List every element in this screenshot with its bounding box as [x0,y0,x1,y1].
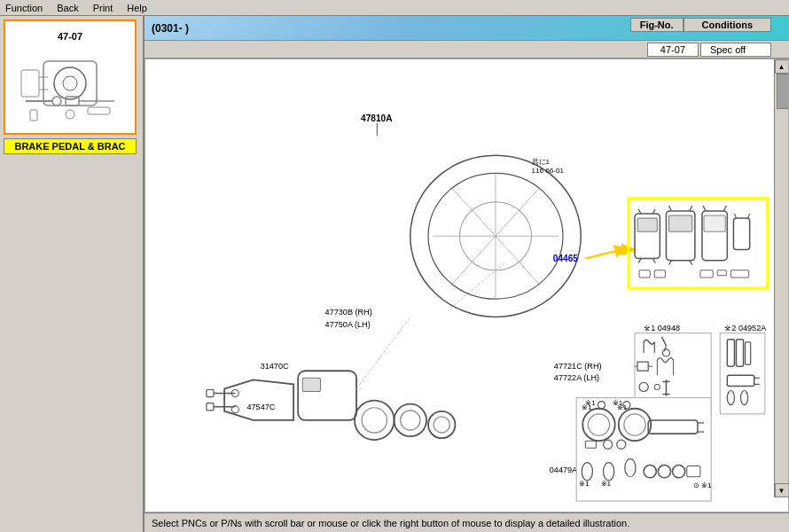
svg-text:共に1: 共に1 [532,158,551,166]
svg-line-130 [450,263,504,309]
svg-rect-7 [21,70,39,97]
svg-rect-49 [700,270,713,278]
svg-line-25 [585,249,621,258]
svg-text:※1: ※1 [617,403,628,411]
fig-conditions-area: Fig-No. Conditions [630,18,771,32]
svg-text:47722A (LH): 47722A (LH) [554,373,599,382]
scroll-down-button[interactable]: ▼ [775,483,789,497]
svg-rect-48 [654,270,665,278]
svg-text:47547C: 47547C [246,403,275,411]
svg-text:※2 04952A: ※2 04952A [724,324,767,332]
fig-no-value: 47-07 [647,43,699,57]
menu-help[interactable]: Help [125,3,149,13]
menu-print[interactable]: Print [91,3,115,13]
svg-rect-41 [704,215,725,231]
svg-line-39 [690,261,692,265]
svg-point-95 [401,411,420,430]
svg-line-37 [690,206,692,211]
svg-rect-27 [629,199,768,288]
svg-text:※1 04948: ※1 04948 [644,324,680,332]
fig-no-label: Fig-No. [630,18,684,32]
svg-rect-29 [637,218,657,231]
svg-text:47721C (RH): 47721C (RH) [554,362,602,371]
svg-rect-99 [576,398,711,501]
sidebar-caption: BRAKE PEDAL & BRAC [4,138,137,154]
svg-text:47750A (LH): 47750A (LH) [325,320,371,329]
svg-rect-47 [639,270,650,278]
svg-text:※1: ※1 [601,480,612,488]
svg-point-2 [63,76,77,90]
menubar: Function Back Print Help [0,0,789,16]
svg-point-1 [54,67,86,99]
svg-text:※1: ※1 [579,480,590,488]
svg-line-36 [668,206,671,211]
svg-rect-51 [730,270,748,278]
thumbnail-svg [17,43,123,123]
scroll-up-button[interactable]: ▲ [775,59,789,74]
menu-back[interactable]: Back [55,3,80,13]
statusbar: Select PNCs or P/Ns with scroll bar or m… [145,512,789,532]
status-text: Select PNCs or P/Ns with scroll bar or m… [152,518,629,528]
svg-rect-10 [30,110,37,121]
svg-rect-83 [302,378,320,391]
svg-text:04465: 04465 [553,254,578,263]
svg-point-96 [428,411,455,438]
fig-values-row: 47-07 Spec off [145,41,789,59]
svg-rect-91 [207,403,214,411]
svg-point-92 [355,401,394,441]
scroll-thumb[interactable] [777,74,789,109]
svg-text:31470C: 31470C [261,362,289,371]
menu-function[interactable]: Function [4,3,44,13]
svg-line-43 [723,206,726,211]
svg-line-38 [668,261,671,265]
svg-point-4 [52,97,61,106]
fig-thumbnail[interactable]: 47-07 [4,20,137,135]
svg-line-45 [734,214,736,218]
part-range: (0301- ) [152,22,189,35]
svg-point-93 [362,408,387,433]
svg-text:04479A: 04479A [550,466,578,474]
svg-line-42 [703,206,706,211]
svg-text:※1: ※1 [582,403,592,411]
svg-line-46 [748,214,750,218]
svg-text:116 66-01: 116 66-01 [532,167,565,175]
svg-point-11 [66,110,74,119]
svg-point-94 [394,404,426,436]
topbar: (0301- ) Fig-No. Conditions [145,16,789,41]
svg-rect-50 [717,270,726,276]
svg-rect-44 [733,218,749,249]
fig-label: 47-07 [58,31,82,42]
svg-point-97 [434,417,449,433]
sidebar: 47-07 BRAKE PEDAL & BRAC [0,16,145,532]
conditions-value: Spec off [700,43,771,57]
svg-text:47730B (RH): 47730B (RH) [325,308,372,317]
svg-text:⊙ ※1: ⊙ ※1 [693,481,712,489]
svg-rect-35 [668,215,691,231]
parts-svg: 47810A 共に1 116 66-01 04465 [145,59,774,512]
svg-text:47810A: 47810A [361,113,393,123]
diagram-area[interactable]: 47810A 共に1 116 66-01 04465 [145,59,789,512]
svg-rect-12 [88,107,110,114]
scroll-track[interactable] [776,74,788,483]
conditions-label: Conditions [684,18,771,32]
diagram-scrollbar[interactable]: ▲ ▼ [774,59,788,497]
svg-rect-90 [207,389,214,396]
